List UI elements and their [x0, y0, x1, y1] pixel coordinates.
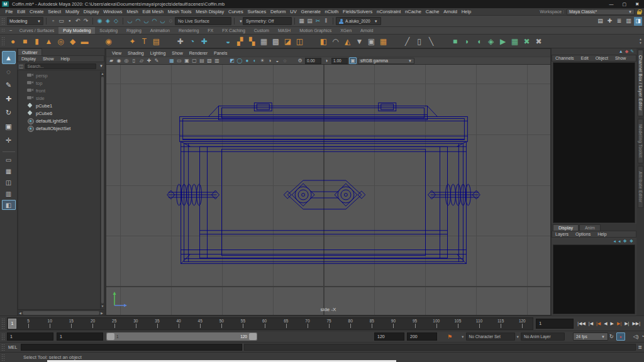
contrast-icon[interactable]: ◑ — [323, 57, 330, 64]
sidebar-tab[interactable]: Attribute Editor — [638, 166, 643, 208]
range-slider[interactable]: 1 120 — [106, 332, 257, 341]
menu-item[interactable]: nConstraint — [375, 9, 403, 14]
outliner-item[interactable]: pCube1 — [21, 102, 104, 109]
layer-editor-menu-item[interactable]: Help — [594, 232, 609, 236]
bridge[interactable]: ◠ — [330, 35, 341, 47]
auto-keyframe-toggle[interactable]: ● — [616, 332, 625, 341]
select-component[interactable]: ◇ — [112, 17, 120, 26]
mash-delete[interactable]: ✖ — [533, 35, 545, 47]
menu-item[interactable]: Fields/Solvers — [341, 9, 375, 14]
outliner-menu-item[interactable]: Display — [18, 57, 39, 61]
shelf-tab[interactable]: Custom — [250, 27, 274, 34]
account-dropdown[interactable]: A.aluko_2020 ▼ — [336, 17, 381, 25]
poly-cylinder[interactable]: ▮ — [31, 35, 43, 47]
grip-handle[interactable] — [1, 36, 5, 46]
reduce[interactable]: ▼ — [353, 35, 365, 47]
mash-color[interactable]: ◗ — [461, 35, 473, 47]
last-tool-used[interactable]: ✛ — [2, 134, 16, 147]
pan-zoom-icon[interactable]: ✚ — [145, 57, 153, 64]
outliner-item[interactable]: defaultObjectSet — [21, 124, 104, 132]
chevron-down-icon[interactable]: ▼ — [99, 64, 103, 68]
shelf-divider[interactable] — [306, 35, 318, 47]
go-to-start-button[interactable]: |◀◀ — [576, 321, 587, 326]
menu-item[interactable]: Generate — [299, 9, 323, 14]
current-frame-field[interactable] — [536, 319, 574, 329]
snap-to-grid[interactable]: ◡ — [126, 17, 134, 26]
construction-history[interactable]: ✂ — [314, 17, 322, 26]
lasso-tool[interactable]: ◌ — [2, 65, 16, 78]
select-object[interactable]: ◈ — [104, 17, 112, 26]
lock-icon[interactable] — [637, 9, 641, 14]
attribute-editor-toggle[interactable]: ▤ — [596, 17, 604, 26]
mash-grid[interactable]: ▦ — [509, 35, 521, 47]
mute-audio-icon[interactable]: ◁) — [632, 334, 640, 339]
exposure-field[interactable] — [305, 58, 321, 64]
range-start-handle[interactable] — [107, 333, 114, 340]
menu-item[interactable]: Cache — [423, 9, 441, 14]
menu-item[interactable]: Mesh Tools — [165, 9, 194, 14]
pause-viewport[interactable]: ‖ — [322, 17, 330, 26]
mirror[interactable]: ◫ — [294, 35, 306, 47]
select-camera-icon[interactable]: ▰ — [108, 57, 115, 64]
menu-item[interactable]: File — [3, 9, 15, 14]
shelf-collapse-button[interactable]: − — [7, 28, 15, 33]
separate[interactable]: ▞ — [234, 35, 246, 47]
menu-item[interactable]: Surfaces — [245, 9, 268, 14]
menu-item[interactable]: Edit — [15, 9, 28, 14]
channel-manipulator-icon[interactable]: ▲ — [619, 49, 623, 55]
vp-divider[interactable] — [289, 57, 296, 64]
menu-item[interactable]: Edit Mesh — [140, 9, 165, 14]
shelf-tab[interactable]: Motion Graphics — [295, 27, 336, 34]
outliner-title[interactable]: Outliner — [18, 48, 42, 55]
shelf-tab[interactable]: Rendering — [174, 27, 203, 34]
snap-to-point[interactable]: ◡ — [142, 17, 150, 26]
outliner-horizontal-scrollbar[interactable]: ◀ ▶ — [18, 309, 104, 315]
smooth[interactable]: ◪ — [282, 35, 294, 47]
menu-item[interactable]: Create — [28, 9, 46, 14]
snap-to-curve[interactable]: ◠ — [134, 17, 142, 26]
shelf-tab[interactable]: FX — [203, 27, 218, 34]
scale-tool[interactable]: ▣ — [2, 120, 16, 133]
redo[interactable]: ↷ — [82, 17, 90, 26]
poly-sphere[interactable]: ● — [7, 35, 19, 47]
filter-icon[interactable]: ◫ — [19, 63, 24, 69]
set-key-icon[interactable]: ⚑ — [447, 334, 452, 340]
viewport-canvas[interactable]: side -X — [106, 65, 550, 315]
multi-cut[interactable]: ╱ — [401, 35, 413, 47]
scroll-down-icon[interactable]: ▼ — [101, 304, 104, 309]
exposure-icon[interactable]: ⚙ — [296, 57, 304, 64]
input-connections[interactable]: ▦ — [297, 17, 306, 26]
vp-divider[interactable] — [221, 57, 228, 64]
mash-flight[interactable]: ▶ — [497, 35, 509, 47]
grip-handle[interactable] — [1, 333, 5, 341]
menu-item[interactable]: Help — [459, 9, 473, 14]
sidebar-tab[interactable]: Channel Box / Layer Editor — [638, 50, 643, 116]
anim-layer-dropdown[interactable]: No Anim Layer — [521, 332, 565, 341]
fps-dropdown[interactable]: 24 fps ▼ — [573, 332, 608, 341]
channel-box-menu-item[interactable]: Show — [612, 56, 630, 60]
svg-tool[interactable]: ▤ — [150, 35, 162, 47]
go-to-end-button[interactable]: ▶▶| — [631, 321, 641, 326]
animation-end-field[interactable] — [407, 332, 437, 341]
menu-item[interactable]: Select — [46, 9, 64, 14]
shelf-tab[interactable]: Sculpting — [95, 27, 122, 34]
workspace-dropdown[interactable]: Maya Classic* ▼ — [567, 9, 635, 15]
shelf-divider[interactable] — [210, 35, 222, 47]
playback-loop-icon[interactable]: ↻ — [608, 334, 615, 339]
select-tool[interactable]: ▲ — [2, 51, 16, 64]
live-surface-field[interactable]: No Live Surface — [175, 17, 231, 25]
layout-single-pane[interactable]: ▭ — [2, 155, 16, 165]
layout-split-top-bottom[interactable]: ▥ — [2, 189, 16, 199]
playback-start-field[interactable] — [57, 332, 103, 341]
gate-mask-icon[interactable]: ▢ — [191, 57, 198, 64]
mash-dynamics[interactable]: ◈ — [485, 35, 497, 47]
type-tool[interactable]: T — [138, 35, 150, 47]
select-hierarchy[interactable]: ◉ — [96, 17, 104, 26]
file-save[interactable]: ▪ — [65, 17, 74, 26]
image-plane-icon[interactable]: ▱ — [138, 57, 145, 64]
outliner-item[interactable]: top — [21, 79, 104, 87]
move-tool[interactable]: ✚ — [2, 92, 16, 106]
outliner-item[interactable]: side — [21, 94, 104, 102]
grip-handle[interactable] — [1, 28, 5, 33]
step-forward-frame-button[interactable]: ▶| — [623, 321, 630, 326]
